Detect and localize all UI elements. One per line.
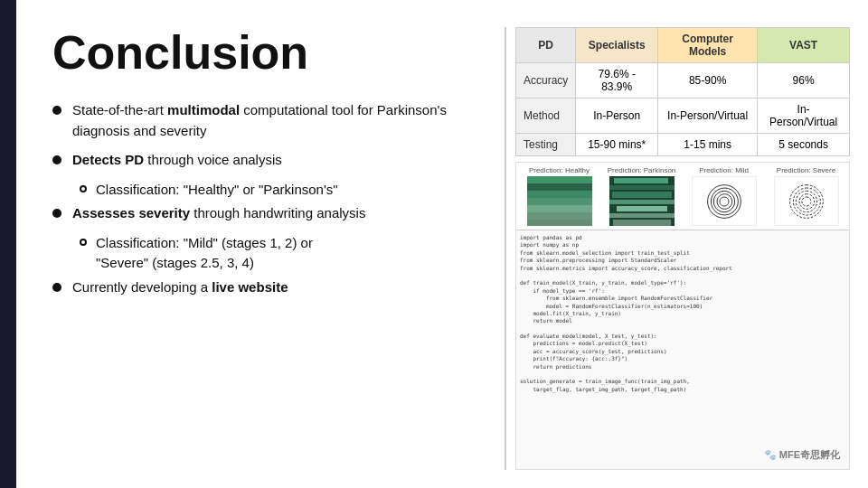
sub-bullet-dot-2-1	[80, 185, 87, 192]
code-line-12: return model	[520, 317, 845, 324]
code-area: import pandas as pd import numpy as np f…	[516, 230, 849, 469]
code-line-19	[520, 371, 845, 378]
td-method-label: Method	[516, 99, 576, 134]
bullet-text-2: Detects PD through voice analysis	[72, 150, 282, 171]
code-line-3: from sklearn.model_selection import trai…	[520, 249, 845, 257]
bold-multimodal: multimodal	[167, 102, 240, 117]
prediction-severe-label: Prediction: Severe	[765, 166, 847, 174]
svg-rect-15	[613, 220, 671, 226]
bullet-dot-1	[52, 106, 61, 115]
code-line-18: return predictions	[520, 363, 845, 371]
code-line-8: if model_type == 'rf':	[520, 287, 845, 295]
prediction-mild: Prediction: Mild	[683, 166, 765, 226]
svg-rect-2	[527, 183, 592, 191]
prediction-parkinson: Prediction: Parkinson	[600, 166, 683, 226]
sub-bullet-text-3-1: Classification: "Mild" (stages 1, 2) or"…	[96, 233, 313, 274]
sub-bullet-item-3-1: Classification: "Mild" (stages 1, 2) or"…	[80, 233, 477, 274]
sub-bullet-item-2-1: Classification: "Healthy" or "Parkinson'…	[80, 180, 477, 201]
bullet-dot-2	[52, 155, 61, 164]
td-accuracy-specialists: 79.6% - 83.9%	[576, 63, 658, 99]
td-testing-specialists: 15-90 mins*	[576, 134, 658, 156]
code-line-10: model = RandomForestClassifier(n_estimat…	[520, 303, 845, 310]
code-line-16: acc = accuracy_score(y_test, predictions…	[520, 348, 845, 355]
image-area: Prediction: Healthy	[515, 162, 850, 470]
main-content: Conclusion State-of-the-art multimodal c…	[16, 0, 868, 488]
code-line-6	[520, 272, 845, 279]
td-method-computer: In-Person/Virtual	[658, 99, 758, 134]
td-testing-computer: 1-15 mins	[658, 134, 758, 156]
code-line-9: from sklearn.ensemble import RandomFores…	[520, 295, 845, 302]
code-line-13	[520, 325, 845, 333]
left-bar	[0, 0, 16, 488]
prediction-healthy-label: Prediction: Healthy	[518, 166, 600, 174]
table-row-accuracy: Accuracy 79.6% - 83.9% 85-90% 96%	[516, 63, 850, 99]
sub-bullet-text-2-1: Classification: "Healthy" or "Parkinson'…	[96, 180, 338, 201]
code-line-21: target_flag, target_img_path, target_fla…	[520, 386, 845, 393]
svg-rect-5	[527, 205, 592, 212]
td-accuracy-computer: 85-90%	[658, 63, 758, 99]
sub-bullet-dot-3-1	[80, 239, 87, 246]
divider	[505, 27, 506, 470]
bullet-text-4: Currently developing a live website	[72, 277, 288, 298]
prediction-severe: Prediction: Severe	[765, 166, 847, 226]
svg-rect-1	[527, 176, 592, 183]
svg-rect-13	[617, 206, 667, 211]
bold-live-website: live website	[212, 279, 288, 295]
svg-rect-11	[612, 192, 672, 198]
code-line-20: solution_generate = train_image_func(tra…	[520, 378, 845, 385]
spiral-severe	[774, 176, 839, 226]
right-section: PD Specialists Computer Models VAST Accu…	[515, 27, 850, 470]
bullet-item-4: Currently developing a live website	[52, 277, 477, 298]
code-line-17: print(f"Accuracy: {acc:.3f}")	[520, 355, 845, 362]
bullet-list: State-of-the-art multimodal computationa…	[52, 100, 477, 297]
code-line-11: model.fit(X_train, y_train)	[520, 310, 845, 317]
svg-rect-3	[527, 191, 592, 198]
spectrogram-parkinson	[609, 176, 675, 226]
svg-rect-10	[609, 185, 675, 190]
watermark: 🐾 MFE奇思孵化	[764, 448, 840, 462]
code-line-15: predictions = model.predict(X_test)	[520, 340, 845, 347]
prediction-healthy: Prediction: Healthy	[518, 166, 600, 226]
svg-rect-7	[527, 220, 592, 226]
code-line-4: from sklearn.preprocessing import Standa…	[520, 257, 845, 264]
comparison-table: PD Specialists Computer Models VAST Accu…	[515, 27, 850, 156]
td-method-vast: In-Person/Virtual	[758, 99, 850, 134]
prediction-parkinson-label: Prediction: Parkinson	[600, 166, 683, 174]
code-line-2: import numpy as np	[520, 241, 845, 249]
th-pd: PD	[516, 28, 576, 63]
table-row-testing: Testing 15-90 mins* 1-15 mins 5 seconds	[516, 134, 850, 156]
th-vast: VAST	[758, 28, 850, 63]
svg-rect-6	[527, 212, 592, 220]
th-specialists: Specialists	[576, 28, 658, 63]
text-section: Conclusion State-of-the-art multimodal c…	[52, 27, 495, 470]
bullet-dot-4	[52, 283, 61, 292]
td-method-specialists: In-Person	[576, 99, 658, 134]
bullet-text-1: State-of-the-art multimodal computationa…	[72, 100, 477, 141]
spiral-mild	[692, 176, 757, 226]
code-line-14: def evaluate_model(model, X_test, y_test…	[520, 333, 845, 340]
bullet-text-3: Assesses severity through handwriting an…	[72, 203, 365, 224]
bold-assesses-severity: Assesses severity	[72, 205, 190, 221]
bullet-item-2: Detects PD through voice analysis	[52, 150, 477, 171]
prediction-row: Prediction: Healthy	[516, 163, 849, 230]
td-accuracy-vast: 96%	[758, 63, 850, 99]
td-testing-vast: 5 seconds	[758, 134, 850, 156]
td-accuracy-label: Accuracy	[516, 63, 576, 99]
svg-rect-4	[527, 198, 592, 205]
spectrogram-healthy	[527, 176, 592, 226]
bullet-dot-3	[52, 209, 61, 218]
svg-rect-12	[609, 200, 675, 204]
svg-rect-14	[609, 213, 675, 218]
code-line-1: import pandas as pd	[520, 234, 845, 241]
table-row-method: Method In-Person In-Person/Virtual In-Pe…	[516, 99, 850, 134]
svg-rect-9	[614, 178, 668, 183]
prediction-mild-label: Prediction: Mild	[683, 166, 765, 174]
code-line-7: def train_model(X_train, y_train, model_…	[520, 279, 845, 286]
td-testing-label: Testing	[516, 134, 576, 156]
code-line-5: from sklearn.metrics import accuracy_sco…	[520, 265, 845, 272]
th-computer: Computer Models	[658, 28, 758, 63]
bullet-item-1: State-of-the-art multimodal computationa…	[52, 100, 477, 141]
bold-detects-pd: Detects PD	[72, 152, 144, 167]
page-title: Conclusion	[52, 27, 477, 79]
bullet-item-3: Assesses severity through handwriting an…	[52, 203, 477, 224]
